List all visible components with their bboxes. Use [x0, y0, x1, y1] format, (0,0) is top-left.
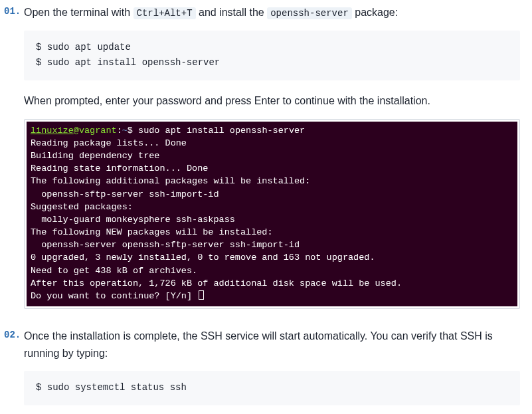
terminal-line: Suggested packages:	[31, 202, 133, 212]
code-block-install[interactable]: sudo apt updatesudo apt install openssh-…	[24, 31, 520, 81]
code-line: sudo apt install openssh-server	[36, 55, 508, 71]
terminal-line: The following NEW packages will be insta…	[31, 227, 273, 237]
code-line: sudo systemctl status ssh	[36, 380, 508, 396]
inline-code: openssh-server	[267, 7, 352, 19]
terminal-line: Reading state information... Done	[31, 163, 208, 173]
terminal-user: linuxize@vagrant	[31, 126, 117, 136]
terminal-line: Do you want to continue? [Y/n]	[31, 291, 197, 301]
step-1-intro: Open the terminal with Ctrl+Alt+T and in…	[24, 4, 520, 21]
terminal-line: molly-guard monkeysphere ssh-askpass	[31, 215, 235, 225]
step-2: Once the installation is complete, the S…	[4, 328, 520, 405]
terminal-output: linuxize@vagrant:~$ sudo apt install ope…	[27, 122, 517, 306]
terminal-line: 0 upgraded, 3 newly installed, 0 to remo…	[31, 253, 375, 262]
terminal-line: openssh-sftp-server ssh-import-id	[31, 189, 219, 199]
code-block-status[interactable]: sudo systemctl status ssh	[24, 371, 520, 405]
terminal-line: Building dependency tree	[31, 151, 159, 161]
step-2-intro: Once the installation is complete, the S…	[24, 328, 520, 362]
cursor-icon	[199, 290, 204, 300]
terminal-path: ~	[122, 126, 128, 136]
terminal-screenshot: linuxize@vagrant:~$ sudo apt install ope…	[24, 119, 520, 309]
step-1-followup: When prompted, enter your password and p…	[24, 92, 520, 110]
text-fragment: and install the	[196, 7, 268, 18]
terminal-line: After this operation, 1,726 kB of additi…	[31, 278, 402, 288]
step-1: Open the terminal with Ctrl+Alt+T and in…	[4, 4, 520, 309]
terminal-command: sudo apt install openssh-server	[138, 126, 305, 136]
instruction-list: Open the terminal with Ctrl+Alt+T and in…	[4, 4, 520, 405]
keyboard-shortcut: Ctrl+Alt+T	[133, 7, 196, 19]
code-line: sudo apt update	[36, 40, 508, 56]
text-fragment: Open the terminal with	[24, 7, 133, 18]
terminal-line: openssh-server openssh-sftp-server ssh-i…	[31, 240, 300, 250]
terminal-line: The following additional packages will b…	[31, 176, 310, 186]
terminal-line: Reading package lists... Done	[31, 138, 187, 148]
text-fragment: package:	[352, 7, 398, 18]
terminal-line: Need to get 438 kB of archives.	[31, 266, 197, 276]
